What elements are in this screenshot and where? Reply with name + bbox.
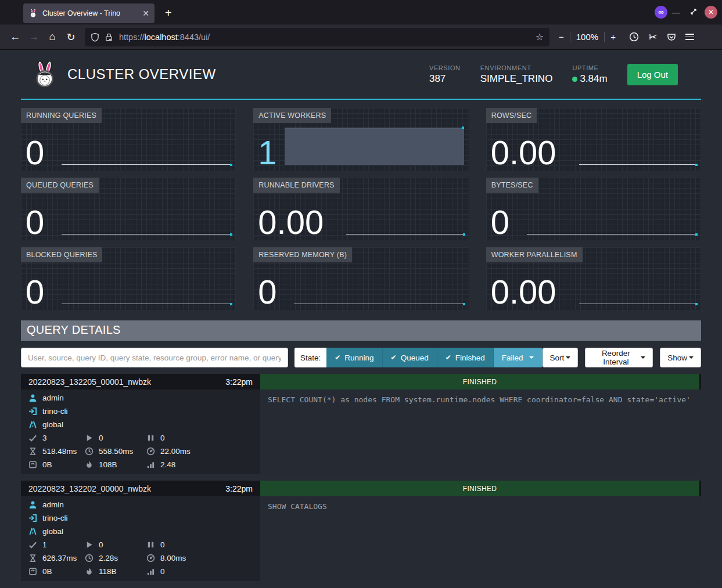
running-splits: 0 [99, 434, 103, 442]
completed-splits: 1 [42, 540, 47, 549]
uptime-label: UPTIME [572, 64, 607, 71]
window-close-button[interactable]: ✕ [705, 6, 717, 19]
environment-value: SIMPLE_TRINO [480, 73, 553, 85]
cumulative-memory: 118B [99, 567, 117, 576]
environment-label: ENVIRONMENT [480, 64, 553, 71]
query-id-link[interactable]: 20220823_132205_00001_nwbzk [28, 377, 151, 387]
screenshot-icon[interactable]: ✂ [644, 28, 662, 46]
stats-grid: RUNNING QUERIES 0 ACTIVE WORKERS 1 ROWS/… [21, 108, 701, 310]
stat-label: QUEUED QUERIES [21, 178, 99, 193]
home-button[interactable]: ⌂ [43, 28, 62, 46]
filter-bar: State: ✔Running ✔Queued ✔Finished Failed… [21, 348, 701, 367]
completed-splits-icon [28, 434, 37, 442]
stat-label: BLOCKED QUERIES [21, 247, 102, 262]
source-login-icon [28, 514, 37, 522]
reload-button[interactable]: ↻ [62, 28, 80, 46]
filter-failed-dropdown[interactable]: Failed [494, 348, 543, 367]
query-resource-group: global [42, 527, 63, 536]
state-filter-label: State: [294, 348, 326, 367]
queued-splits: 0 [160, 540, 165, 549]
environment-meta: ENVIRONMENT SIMPLE_TRINO [480, 64, 553, 85]
sparkline [62, 234, 231, 235]
show-dropdown[interactable]: Show [660, 348, 701, 367]
window-minimize-button[interactable]: — [667, 8, 685, 17]
zoom-level[interactable]: 100% [572, 32, 603, 42]
wall-time: 518.48ms [42, 447, 77, 456]
execution-time-gauge-icon [146, 554, 155, 562]
wall-time-hourglass-icon [28, 554, 37, 562]
stat-value: 0.00 [491, 275, 556, 310]
sparkline [527, 234, 696, 235]
parallelism: 0 [160, 567, 165, 576]
cumulative-memory-flame-icon [85, 567, 94, 576]
browser-tab[interactable]: Cluster Overview - Trino ✕ [23, 3, 155, 23]
execution-time: 8.00ms [160, 554, 186, 562]
filter-queued-button[interactable]: ✔Queued [383, 348, 437, 367]
source-login-icon [28, 407, 37, 416]
query-resource-group: global [42, 420, 63, 429]
active-workers-link[interactable]: 1 [258, 135, 276, 171]
stat-value: 0 [26, 205, 44, 240]
logout-button[interactable]: Log Out [627, 64, 678, 85]
pocket-icon[interactable] [662, 28, 681, 46]
wall-time-hourglass-icon [28, 447, 37, 456]
uptime-meta: UPTIME 3.84m [572, 64, 607, 85]
chevron-down-icon [566, 356, 570, 359]
zoom-out-button[interactable]: − [554, 32, 569, 42]
execution-time-gauge-icon [146, 447, 155, 456]
url-bar[interactable]: https://localhost:8443/ui/ ☆ [85, 28, 549, 46]
completed-splits: 3 [42, 434, 47, 442]
current-memory: 0B [42, 460, 52, 469]
app-header: CLUSTER OVERVIEW VERSION 387 ENVIRONMENT… [21, 50, 701, 100]
queued-splits-icon [146, 540, 155, 549]
filter-running-button[interactable]: ✔Running [326, 348, 382, 367]
query-row: 20220823_132202_00000_nwbzk 3:22pm FINIS… [21, 481, 701, 581]
tab-close-icon[interactable]: ✕ [142, 9, 149, 18]
cpu-time: 558.50ms [99, 447, 133, 456]
query-row: 20220823_132205_00001_nwbzk 3:22pm FINIS… [21, 374, 701, 474]
shield-icon[interactable] [91, 33, 99, 42]
history-icon[interactable] [625, 28, 644, 46]
parallelism-chart-icon [146, 567, 155, 576]
query-sql-text: SHOW CATALOGS [260, 496, 701, 581]
query-header: 20220823_132202_00000_nwbzk 3:22pm [21, 481, 260, 496]
query-user: admin [42, 500, 64, 509]
running-splits: 0 [99, 540, 103, 549]
reorder-interval-dropdown[interactable]: Reorder Interval [585, 348, 653, 367]
window-restore-button[interactable] [685, 8, 702, 17]
stat-card-rows-sec: ROWS/SEC 0.00 [486, 108, 701, 171]
version-value: 387 [429, 73, 461, 85]
forward-button[interactable]: → [24, 28, 43, 46]
browser-titlebar: Cluster Overview - Trino ✕ + ∞ — ✕ [0, 0, 722, 24]
sparkline [579, 164, 696, 165]
check-icon: ✔ [335, 353, 340, 362]
queued-splits-icon [146, 434, 155, 442]
lock-warning-icon[interactable] [105, 33, 113, 42]
stat-label: RUNNABLE DRIVERS [253, 178, 339, 193]
back-button[interactable]: ← [6, 28, 24, 46]
stat-card-worker-parallelism: WORKER PARALLELISM 0.00 [486, 247, 701, 310]
new-tab-button[interactable]: + [165, 6, 172, 20]
query-id-link[interactable]: 20220823_132202_00000_nwbzk [28, 484, 151, 493]
menu-icon[interactable] [681, 28, 699, 46]
trino-logo [33, 61, 57, 88]
sort-dropdown[interactable]: Sort [543, 348, 579, 367]
browser-navbar: ← → ⌂ ↻ https://localhost:8443/ui/ ☆ − 1… [0, 24, 722, 50]
running-splits-icon [85, 434, 94, 442]
stat-value: 0.00 [258, 205, 324, 240]
sparkline [579, 304, 696, 304]
zoom-in-button[interactable]: + [606, 32, 620, 42]
user-icon [28, 394, 37, 402]
sparkline [62, 304, 231, 304]
resource-group-road-icon [28, 527, 37, 536]
stat-value: 0.00 [491, 135, 556, 171]
query-sql-text: SELECT COUNT(*) as nodes FROM system.run… [260, 389, 701, 474]
bookmark-star-icon[interactable]: ☆ [536, 31, 544, 42]
query-user: admin [42, 394, 64, 402]
cpu-time: 2.28s [99, 554, 118, 562]
filter-finished-button[interactable]: ✔Finished [437, 348, 494, 367]
chevron-down-icon [689, 356, 694, 359]
query-search-input[interactable] [21, 348, 288, 367]
trino-favicon [28, 9, 38, 18]
parallelism-chart-icon [146, 460, 155, 469]
